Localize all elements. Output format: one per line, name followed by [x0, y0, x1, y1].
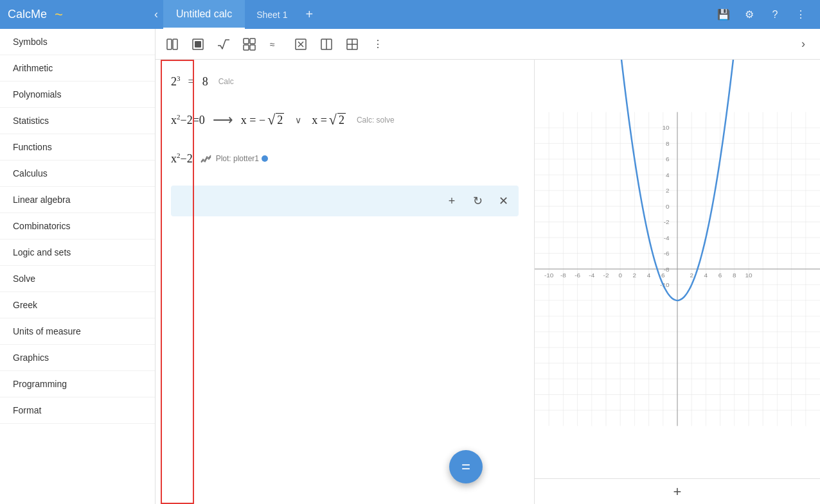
svg-text:2: 2: [633, 272, 637, 279]
svg-text:6: 6: [666, 155, 670, 162]
add-sheet-button[interactable]: +: [299, 0, 319, 29]
more-toolbar-button[interactable]: ⋮: [366, 33, 389, 56]
svg-text:10: 10: [662, 124, 670, 131]
plot-label-3: Plot: plotter1: [201, 154, 268, 163]
sidebar-item-polynomials[interactable]: Polynomials: [0, 82, 155, 108]
plot-dot: [262, 155, 268, 162]
expr-1: 23: [171, 74, 181, 89]
sidebar: Symbols Arithmetic Polynomials Statistic…: [0, 29, 156, 504]
math-row-2[interactable]: x2−2=0 ⟶ x = −√2 ∨ x = √2 Calc: solve: [171, 109, 519, 132]
tensor-button[interactable]: [341, 33, 364, 56]
svg-text:4: 4: [647, 272, 651, 279]
approx-button[interactable]: ≈: [263, 33, 287, 56]
add-row-button[interactable]: +: [441, 191, 462, 211]
main-layout: Symbols Arithmetic Polynomials Statistic…: [0, 29, 820, 504]
block-button[interactable]: [186, 33, 209, 56]
svg-rect-3: [195, 41, 201, 48]
sqrt-button[interactable]: [212, 33, 235, 56]
box-button[interactable]: [315, 33, 338, 56]
logo-text: CalcMe: [8, 8, 47, 21]
sidebar-item-solve[interactable]: Solve: [0, 266, 155, 292]
help-button[interactable]: ?: [763, 3, 787, 26]
document-title-tab[interactable]: Untitled calc: [163, 0, 245, 29]
svg-text:-8: -8: [560, 272, 566, 279]
sidebar-item-units-of-measure[interactable]: Units of measure: [0, 318, 155, 345]
save-button[interactable]: 💾: [712, 3, 735, 26]
arrow-2: ⟶: [213, 112, 233, 128]
svg-text:-6: -6: [664, 250, 670, 257]
svg-text:-10: -10: [544, 272, 554, 279]
result-2a: x = −√2: [241, 113, 285, 128]
sidebar-item-statistics[interactable]: Statistics: [0, 108, 155, 134]
graph-add-button[interactable]: +: [535, 478, 820, 504]
svg-rect-7: [250, 45, 255, 50]
svg-text:8: 8: [733, 272, 736, 279]
toolbar-chevron[interactable]: ›: [792, 33, 815, 56]
sidebar-item-calculus[interactable]: Calculus: [0, 161, 155, 187]
content-split: 23 = 8 Calc x2−2=0 ⟶ x = −√2 ∨ x = √2: [156, 60, 820, 504]
svg-text:-2: -2: [664, 218, 670, 225]
svg-text:2: 2: [666, 187, 670, 194]
active-row-actions: + ↻ ✕: [441, 191, 513, 211]
matrix-button[interactable]: [238, 33, 261, 56]
graph-canvas: -10 -8 -6 -4 -2 0 2 4 6 2 4 6 8: [535, 60, 820, 478]
or-2: ∨: [295, 115, 301, 125]
logo-area: CalcMe ~ ‹: [8, 6, 163, 23]
sheet-tab[interactable]: Sheet 1: [245, 0, 299, 29]
svg-rect-1: [173, 39, 177, 49]
expr-3: x2−2: [171, 152, 193, 166]
header-actions: 💾 ⚙ ? ⋮: [712, 3, 812, 26]
more-button[interactable]: ⋮: [789, 3, 812, 26]
svg-text:4: 4: [704, 272, 708, 279]
sidebar-item-arithmetic[interactable]: Arithmetic: [0, 55, 155, 82]
close-row-button[interactable]: ✕: [493, 191, 513, 211]
svg-text:-6: -6: [575, 272, 580, 279]
refresh-row-button[interactable]: ↻: [467, 191, 488, 211]
svg-text:≈: ≈: [270, 39, 275, 49]
graph-svg: -10 -8 -6 -4 -2 0 2 4 6 2 4 6 8: [535, 60, 820, 478]
svg-text:-4: -4: [664, 234, 670, 241]
editor-area: ≈ ⋮ › 23 = 8: [156, 29, 820, 504]
header-center: Untitled calc Sheet 1 +: [163, 0, 712, 29]
equals-1: =: [188, 75, 195, 89]
graph-area: -10 -8 -6 -4 -2 0 2 4 6 2 4 6 8: [534, 60, 820, 504]
svg-text:4: 4: [666, 171, 670, 178]
svg-text:6: 6: [718, 272, 722, 279]
logo-tilde: ~: [55, 6, 63, 23]
svg-text:2: 2: [690, 272, 693, 279]
svg-text:-8: -8: [664, 266, 670, 273]
result-2b: x = √2: [312, 113, 346, 128]
header: CalcMe ~ ‹ Untitled calc Sheet 1 + 💾 ⚙ ?…: [0, 0, 820, 29]
result-1: 8: [202, 75, 208, 89]
svg-text:10: 10: [745, 272, 753, 279]
svg-rect-4: [244, 39, 249, 44]
label-1: Calc: [218, 77, 234, 86]
sidebar-item-greek[interactable]: Greek: [0, 292, 155, 318]
svg-text:0: 0: [666, 203, 670, 210]
sidebar-item-logic-and-sets[interactable]: Logic and sets: [0, 239, 155, 266]
svg-rect-5: [250, 39, 255, 44]
sidebar-item-symbols[interactable]: Symbols: [0, 29, 155, 55]
svg-text:0: 0: [618, 272, 622, 279]
collapse-sidebar-button[interactable]: ‹: [154, 8, 158, 21]
sidebar-item-programming[interactable]: Programming: [0, 371, 155, 397]
sidebar-item-graphics[interactable]: Graphics: [0, 345, 155, 371]
fab-equals-button[interactable]: =: [449, 450, 483, 483]
cross-button[interactable]: [289, 33, 312, 56]
sidebar-item-linear-algebra[interactable]: Linear algebra: [0, 187, 155, 213]
expr-2: x2−2=0: [171, 113, 205, 127]
svg-text:-2: -2: [603, 272, 609, 279]
math-row-active[interactable]: + ↻ ✕: [171, 186, 519, 216]
svg-rect-0: [167, 39, 172, 49]
sidebar-item-functions[interactable]: Functions: [0, 134, 155, 161]
sidebar-item-combinatorics[interactable]: Combinatorics: [0, 213, 155, 239]
settings-button[interactable]: ⚙: [738, 3, 761, 26]
sidebar-item-format[interactable]: Format: [0, 397, 155, 424]
math-input-area[interactable]: 23 = 8 Calc x2−2=0 ⟶ x = −√2 ∨ x = √2: [156, 60, 534, 504]
text-block-button[interactable]: [161, 33, 184, 56]
math-row-1[interactable]: 23 = 8 Calc: [171, 70, 519, 93]
svg-text:8: 8: [666, 140, 670, 147]
label-2: Calc: solve: [357, 116, 395, 125]
svg-rect-6: [244, 45, 249, 50]
math-row-3[interactable]: x2−2 Plot: plotter1: [171, 147, 519, 170]
